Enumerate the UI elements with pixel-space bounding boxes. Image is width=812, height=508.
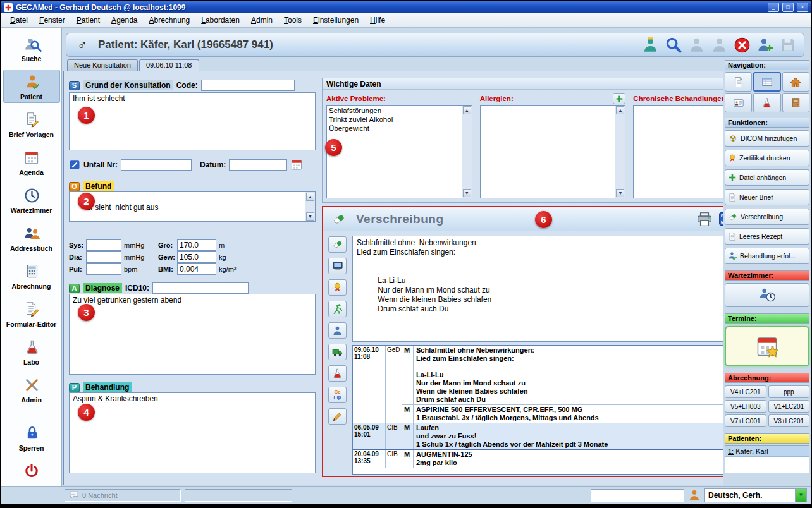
minimize-button[interactable]: _ xyxy=(768,3,779,12)
menu-einstellungen[interactable]: Einstellungen xyxy=(308,14,364,27)
transport-button[interactable] xyxy=(328,344,347,360)
befund-textarea[interactable]: Er sieht nicht gut aus ▲▼ xyxy=(69,191,316,222)
user-dropdown-button[interactable]: ▼ xyxy=(795,489,806,502)
wartezimmer-button[interactable] xyxy=(725,283,809,307)
sidebar-item-logout[interactable] xyxy=(3,459,60,482)
zertifikat-button[interactable]: Zertifikat drucken xyxy=(725,150,809,166)
probleme-scrollbar[interactable]: ▲▼ xyxy=(462,106,472,198)
sidebar-item-sperren[interactable]: Sperren xyxy=(3,421,60,454)
dia-input[interactable] xyxy=(86,251,121,263)
unfall-nr-input[interactable] xyxy=(121,159,192,171)
next-patient-icon[interactable] xyxy=(711,37,728,54)
tariff-button[interactable]: V5+LH003 xyxy=(725,400,766,413)
history-entry[interactable]: M AUGMENTIN-125 2mg par kilo xyxy=(402,450,723,468)
scroll-down-icon[interactable]: ▼ xyxy=(306,212,314,221)
lab-order-button[interactable] xyxy=(328,365,347,382)
sidebar-item-suche[interactable]: Suche xyxy=(3,32,60,65)
search-patient-icon[interactable] xyxy=(665,36,682,54)
menu-abrechnung[interactable]: Abrechnung xyxy=(144,14,195,27)
menu-datei[interactable]: Datei xyxy=(5,14,33,27)
close-button[interactable]: × xyxy=(797,3,808,12)
physiotherapy-button[interactable] xyxy=(328,301,347,317)
cefip-button[interactable]: CeFip xyxy=(328,387,347,403)
previous-patient-icon[interactable] xyxy=(688,37,705,54)
nav-patient-data-button[interactable] xyxy=(725,93,752,112)
menu-labordaten[interactable]: Labordaten xyxy=(196,14,245,27)
tariff-button[interactable]: ppp xyxy=(768,385,810,398)
dicom-button[interactable]: ☢DICOM hinzufügen xyxy=(725,130,809,147)
allergien-scrollbar[interactable]: ▲▼ xyxy=(615,106,625,198)
neuer-brief-button[interactable]: Neuer Brief xyxy=(725,189,809,205)
unfall-icon[interactable] xyxy=(69,159,80,171)
pul-input[interactable] xyxy=(86,263,121,275)
add-entry-button[interactable] xyxy=(613,93,625,104)
datum-input[interactable] xyxy=(229,159,287,171)
add-patient-icon[interactable] xyxy=(756,36,774,54)
doctor-icon[interactable] xyxy=(642,37,659,54)
scroll-up-icon[interactable]: ▲ xyxy=(306,193,314,201)
behandlung-textarea[interactable]: Aspirin & Krankschreiben xyxy=(69,392,316,473)
groesse-input[interactable] xyxy=(177,239,216,251)
sidebar-item-brief-vorlagen[interactable]: Brief Vorlagen xyxy=(3,107,60,141)
history-entry[interactable]: M Schlafmittel ohne Nebenwirkungen: Lied… xyxy=(402,346,723,404)
status-input[interactable] xyxy=(591,489,684,502)
sidebar-item-abrechnung[interactable]: Abrechnung xyxy=(3,259,60,293)
date-picker-calendar-icon[interactable] xyxy=(290,159,303,171)
sidebar-item-addressbuch[interactable]: Addressbuch xyxy=(3,221,60,255)
free-text-button[interactable] xyxy=(328,408,347,425)
scroll-up-icon[interactable]: ▲ xyxy=(463,106,471,114)
scroll-up-icon[interactable]: ▲ xyxy=(616,106,624,114)
tariff-button[interactable]: V3+LC201 xyxy=(768,414,810,427)
verschreibung-button[interactable]: Verschreibung xyxy=(725,209,809,225)
aktive-probleme-list[interactable]: Schlafstörungen Trinkt zuviel Alkohol Üb… xyxy=(326,105,472,198)
history-entry[interactable]: M ASPIRINE 500 EFFERVESCENT, CPR.EFF., 5… xyxy=(402,404,723,423)
menu-hilfe[interactable]: Hilfe xyxy=(365,14,390,27)
behandlung-erfolgt-button[interactable]: Behandlung erfol... xyxy=(725,248,809,264)
medication-pill-button[interactable] xyxy=(328,236,347,253)
fullscreen-icon[interactable] xyxy=(718,211,723,227)
menu-tools[interactable]: Tools xyxy=(279,14,307,27)
print-prescription-icon[interactable] xyxy=(696,211,713,227)
tariff-button[interactable]: V7+LC001 xyxy=(725,414,766,427)
referral-button[interactable] xyxy=(328,322,347,339)
sidebar-item-admin[interactable]: Admin xyxy=(3,373,60,406)
sidebar-item-labo[interactable]: Labo xyxy=(3,335,60,368)
prescription-history-table[interactable]: 09.06.10 11:08 GeD M Schlafmittel ohne N… xyxy=(352,345,723,475)
icd10-input[interactable] xyxy=(152,282,249,294)
datei-anhaengen-button[interactable]: Datei anhängen xyxy=(725,169,809,186)
bmi-input[interactable] xyxy=(177,263,216,275)
menu-patient[interactable]: Patient xyxy=(71,14,105,27)
tab-konsultation-datum[interactable]: 09.06.10 11:08 xyxy=(139,59,199,71)
prescription-editor[interactable]: Schlafmittel ohne Nebenwirkungen: Lied z… xyxy=(352,236,723,342)
list-item[interactable]: Schlafstörungen xyxy=(329,106,459,115)
nav-lab-button[interactable] xyxy=(753,93,780,112)
nav-report-button[interactable] xyxy=(725,72,752,92)
history-entry[interactable]: M Laufen und zwar zu Fuss! 1 Schub 1x / … xyxy=(402,423,723,449)
diagnose-textarea[interactable]: Zu viel getrunken gestern abend xyxy=(69,294,316,375)
scroll-down-icon[interactable]: ▼ xyxy=(616,189,624,197)
patient-list-item[interactable]: 1: Käfer, Karl xyxy=(725,446,809,457)
leeres-rezept-button[interactable]: Leeres Rezept xyxy=(725,228,809,245)
list-item[interactable]: Übergewicht xyxy=(329,124,459,133)
chronische-list[interactable]: ▲▼ xyxy=(633,105,723,198)
save-icon[interactable] xyxy=(780,37,796,53)
menu-agenda[interactable]: Agenda xyxy=(106,14,142,27)
history-group[interactable]: 20.04.09 13:35 CIB M AUGMENTIN-125 2mg p… xyxy=(353,450,723,468)
grund-textarea[interactable]: Ihm ist schlecht xyxy=(69,92,316,150)
allergien-list[interactable]: ▲▼ xyxy=(480,105,626,198)
tariff-button[interactable]: V1+LC201 xyxy=(768,400,810,413)
scroll-down-icon[interactable]: ▼ xyxy=(463,189,471,197)
befund-scrollbar[interactable]: ▲▼ xyxy=(305,192,315,221)
code-input[interactable] xyxy=(201,80,295,91)
tariff-button[interactable]: V4+LC201 xyxy=(725,385,766,398)
sidebar-item-formular-editor[interactable]: Formular-Editor xyxy=(3,297,60,330)
sidebar-item-patient[interactable]: Patient xyxy=(3,70,60,103)
history-group[interactable]: 06.05.09 15:01 CIB M Laufen und zwar zu … xyxy=(353,423,723,450)
menu-fenster[interactable]: Fenster xyxy=(34,14,70,27)
termine-button[interactable] xyxy=(725,326,809,366)
history-group[interactable]: 09.06.10 11:08 GeD M Schlafmittel ohne N… xyxy=(353,346,723,423)
menu-admin[interactable]: Admin xyxy=(246,14,278,27)
list-item[interactable]: Trinkt zuviel Alkohol xyxy=(329,115,459,124)
tab-neue-konsultation[interactable]: Neue Konsultation xyxy=(67,59,138,71)
sidebar-item-agenda[interactable]: Agenda xyxy=(3,145,60,179)
